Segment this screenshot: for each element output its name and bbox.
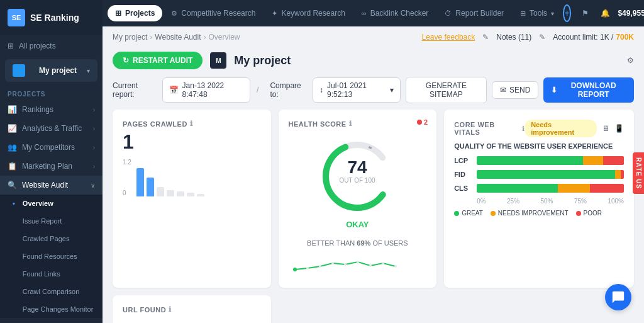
- chevron-right-icon: ›: [93, 163, 95, 170]
- sidebar-item-website-audit[interactable]: 🔍 Website Audit ∨: [0, 176, 103, 195]
- all-projects-link[interactable]: ⊞ All projects: [0, 35, 103, 57]
- compare-report-date[interactable]: ↕ Jul-01 2021 9:52:13 ▾: [313, 77, 401, 103]
- sidebar-item-crawled-pages[interactable]: Crawled Pages: [0, 230, 103, 247]
- current-report-date[interactable]: 📅 Jan-13 2022 8:47:48: [162, 77, 251, 103]
- chat-button[interactable]: [605, 284, 631, 310]
- logo: SE SE Ranking: [0, 0, 103, 35]
- sidebar-item-found-links[interactable]: Found Links: [0, 265, 103, 283]
- sidebar-item-my-competitors[interactable]: 👥 My Competitors ›: [0, 138, 103, 157]
- report-actions: GENERATE SITEMAP ✉ SEND ⬇ DOWNLOAD REPOR…: [406, 77, 634, 103]
- keyword-icon: ✦: [272, 9, 277, 18]
- edit-icon: ✎: [482, 33, 489, 42]
- cwv-legend: GREAT NEEDS IMPROVEMENT POOR: [454, 210, 624, 217]
- cwv-cls-yellow: [558, 184, 590, 193]
- audit-icon: 🔍: [8, 181, 17, 190]
- breadcrumb-sep-2: ›: [204, 33, 206, 42]
- mobile-icon[interactable]: 📱: [614, 124, 624, 133]
- svg-point-11: [369, 264, 372, 267]
- bell-icon[interactable]: 🔔: [597, 6, 613, 21]
- current-report-label: Current report:: [113, 81, 157, 99]
- nav-tab-keyword-research[interactable]: ✦ Keyword Research: [264, 5, 352, 21]
- settings-icon[interactable]: ⚙: [627, 56, 634, 65]
- main-content: ⊞ Projects ⚙ Competitive Research ✦ Keyw…: [103, 0, 644, 323]
- pages-crawled-card: PAGES CRAWLED ℹ 1 1.2 0: [113, 110, 271, 288]
- sidebar: SE SE Ranking ⊞ All projects My project …: [0, 0, 103, 323]
- breadcrumb-my-project[interactable]: My project: [113, 33, 147, 42]
- website-audit-submenu: Overview Issue Report Crawled Pages Foun…: [0, 195, 103, 318]
- notes-button[interactable]: Notes (11): [496, 33, 531, 42]
- analytics-icon: 📈: [8, 124, 17, 133]
- rate-us-button[interactable]: RATE US: [633, 152, 644, 194]
- svg-point-8: [331, 262, 334, 264]
- breadcrumb-website-audit[interactable]: Website Audit: [155, 33, 201, 42]
- logo-text: SE Ranking: [30, 13, 79, 23]
- sidebar-item-found-resources[interactable]: Found Resources: [0, 247, 103, 265]
- url-found-info-icon[interactable]: ℹ: [169, 305, 172, 314]
- generate-sitemap-button[interactable]: GENERATE SITEMAP: [406, 77, 487, 103]
- chat-icon: [611, 290, 625, 304]
- sidebar-item-backlink-monitor[interactable]: 🔗 Backlink Monitor ›: [0, 318, 103, 323]
- logo-icon: SE: [8, 9, 25, 26]
- breadcrumb-actions: Leave feedback ✎ Notes (11) ✎ Account li…: [422, 33, 635, 42]
- gauge-status: OKAY: [346, 220, 369, 229]
- sidebar-item-marketing-plan[interactable]: 📋 Marketing Plan ›: [0, 157, 103, 176]
- calendar-icon: 📅: [169, 86, 179, 94]
- cwv-fid-green: [477, 170, 615, 179]
- cwv-cls-bar: [477, 184, 624, 193]
- sidebar-item-analytics-traffic[interactable]: 📈 Analytics & Traffic ›: [0, 119, 103, 138]
- nav-tab-projects[interactable]: ⊞ Projects: [108, 5, 162, 21]
- gauge-footer: BETTER THAN 69% OF USERS: [289, 239, 427, 247]
- project-header: ↻ RESTART AUDIT M My project ⚙: [103, 48, 644, 73]
- chevron-right-icon: ›: [93, 144, 95, 151]
- legend-poor: POOR: [576, 210, 602, 217]
- desktop-icon[interactable]: 🖥: [602, 124, 609, 133]
- svg-point-12: [382, 262, 384, 264]
- core-web-vitals-card: CORE WEB VITALS ℹ Needs improvement 🖥 📱: [444, 110, 634, 288]
- competitive-icon: ⚙: [171, 9, 177, 18]
- report-bar: Current report: 📅 Jan-13 2022 8:47:48 / …: [103, 73, 644, 110]
- pages-crawled-title: PAGES CRAWLED ℹ: [123, 120, 261, 128]
- health-score-info-icon[interactable]: ℹ: [349, 120, 352, 128]
- nav-tab-backlink-checker[interactable]: ∞ Backlink Checker: [354, 5, 436, 21]
- sidebar-item-rankings[interactable]: 📊 Rankings ›: [0, 100, 103, 119]
- compare-icon: ↕: [319, 86, 323, 94]
- pages-crawled-info-icon[interactable]: ℹ: [190, 120, 193, 128]
- home-icon: ⊞: [8, 42, 14, 50]
- leave-feedback-button[interactable]: Leave feedback: [422, 33, 475, 42]
- nav-right: ⚑ 🔔 $49,955 AT: [577, 4, 644, 22]
- download-report-button[interactable]: ⬇ DOWNLOAD REPORT: [543, 77, 634, 103]
- add-button[interactable]: +: [563, 4, 571, 22]
- tools-icon: ⊞: [520, 9, 526, 18]
- device-icons: 🖥 📱: [602, 124, 624, 133]
- projects-icon: ⊞: [115, 9, 121, 18]
- nav-tab-report-builder[interactable]: ⏱ Report Builder: [437, 5, 511, 21]
- limit-value: 700K: [616, 33, 634, 42]
- content-area: My project › Website Audit › Overview Le…: [103, 26, 644, 323]
- cwv-lcp-red: [603, 156, 624, 165]
- url-value-row: 1,170 + 64: [123, 316, 261, 323]
- sidebar-item-overview[interactable]: Overview: [0, 195, 103, 212]
- sidebar-item-issue-report[interactable]: Issue Report: [0, 212, 103, 230]
- competitors-icon: 👥: [8, 143, 17, 152]
- cwv-axis: 0% 25% 50% 75% 100%: [454, 198, 624, 205]
- compare-label: Compare to:: [270, 81, 308, 99]
- sidebar-item-page-changes-monitor[interactable]: Page Changes Monitor: [0, 300, 103, 318]
- sidebar-item-crawl-comparison[interactable]: Crawl Comparison: [0, 283, 103, 300]
- send-icon: ✉: [500, 86, 506, 94]
- legend-needs-improvement: NEEDS IMPROVEMENT: [491, 210, 569, 217]
- notes-icon: ✎: [539, 33, 545, 42]
- svg-point-10: [357, 261, 359, 263]
- report-icon: ⏱: [445, 9, 452, 17]
- flag-icon[interactable]: ⚑: [577, 6, 592, 21]
- error-indicator: 2: [417, 118, 428, 126]
- restart-audit-button[interactable]: ↻ RESTART AUDIT: [113, 52, 203, 69]
- nav-tab-competitive-research[interactable]: ⚙ Competitive Research: [164, 5, 263, 21]
- backlink-nav-icon: ∞: [362, 9, 367, 17]
- nav-tab-tools[interactable]: ⊞ Tools ▾: [513, 5, 562, 21]
- send-button[interactable]: ✉ SEND: [492, 81, 538, 99]
- bar-7: [197, 194, 204, 196]
- chevron-down-icon: ∨: [91, 182, 95, 189]
- needs-improvement-badge: Needs improvement: [525, 120, 597, 137]
- cwv-lcp-label: LCP: [454, 157, 472, 164]
- project-selector[interactable]: My project ▾: [5, 59, 97, 82]
